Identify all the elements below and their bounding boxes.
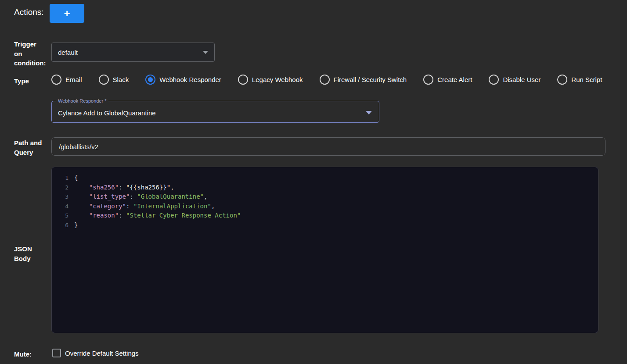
line-number: 4: [52, 202, 68, 211]
webhook-responder-select[interactable]: Webhook Responder * Cylance Add to Globa…: [51, 101, 379, 123]
chevron-down-icon: [366, 111, 372, 114]
trigger-condition-select[interactable]: default: [51, 43, 215, 62]
type-label: Type: [14, 76, 29, 86]
line-number: 2: [52, 183, 68, 193]
radio-label: Create Alert: [437, 76, 472, 83]
trigger-condition-value: default: [58, 49, 78, 56]
radio-label: Run Script: [571, 76, 602, 83]
webhook-responder-field-label: Webhook Responder *: [56, 98, 108, 104]
radio-label: Legacy Webhook: [252, 76, 303, 83]
type-radio-group: EmailSlackWebhook ResponderLegacy Webhoo…: [51, 73, 602, 86]
chevron-down-icon: [203, 51, 208, 54]
actions-label: Actions:: [14, 7, 44, 17]
radio-unselected-icon[interactable]: [489, 75, 499, 85]
radio-dot: [491, 77, 496, 82]
radio-unselected-icon[interactable]: [51, 75, 61, 85]
json-body-editor[interactable]: 123456 { "sha256": "{{sha256}}", "list_t…: [51, 167, 598, 333]
type-option-email[interactable]: Email: [51, 75, 82, 85]
json-body-label: JSON Body: [14, 244, 32, 263]
path-query-input[interactable]: [51, 137, 605, 156]
type-option-firewall-security-switch[interactable]: Firewall / Security Switch: [320, 75, 407, 85]
code-line: "list_type": "GlobalQuarantine",: [74, 192, 598, 202]
override-default-settings-option[interactable]: Override Default Settings: [52, 349, 139, 357]
type-option-disable-user[interactable]: Disable User: [489, 75, 541, 85]
code-line: "sha256": "{{sha256}}",: [74, 183, 598, 193]
action-config-panel: Actions: + Trigger on condition: default…: [0, 0, 627, 364]
radio-unselected-icon[interactable]: [320, 75, 330, 85]
radio-dot: [54, 77, 59, 82]
type-option-webhook-responder[interactable]: Webhook Responder: [145, 75, 221, 85]
line-number: 3: [52, 192, 68, 202]
type-option-slack[interactable]: Slack: [99, 75, 129, 85]
radio-label: Email: [65, 76, 82, 83]
mute-label: Mute:: [14, 350, 32, 359]
line-number: 1: [52, 173, 68, 183]
radio-unselected-icon[interactable]: [238, 75, 248, 85]
path-query-label: Path and Query: [14, 138, 42, 157]
line-number: 6: [52, 221, 68, 230]
radio-dot: [560, 77, 565, 82]
radio-label: Firewall / Security Switch: [334, 76, 407, 83]
type-option-legacy-webhook[interactable]: Legacy Webhook: [238, 75, 303, 85]
radio-selected-icon[interactable]: [145, 75, 155, 85]
trigger-condition-label: Trigger on condition:: [14, 39, 46, 68]
code-line: "reason": "Stellar Cyber Response Action…: [74, 211, 598, 221]
code-line: {: [74, 173, 598, 183]
radio-dot: [101, 77, 106, 82]
radio-dot: [426, 77, 431, 82]
editor-gutter: 123456: [52, 173, 68, 333]
radio-unselected-icon[interactable]: [557, 75, 567, 85]
type-option-run-script[interactable]: Run Script: [557, 75, 602, 85]
radio-unselected-icon[interactable]: [99, 75, 109, 85]
radio-label: Disable User: [503, 76, 541, 83]
radio-label: Slack: [113, 76, 129, 83]
editor-code[interactable]: { "sha256": "{{sha256}}", "list_type": "…: [74, 173, 598, 333]
code-line: }: [74, 221, 598, 230]
type-option-create-alert[interactable]: Create Alert: [423, 75, 472, 85]
override-default-settings-label: Override Default Settings: [65, 350, 139, 357]
add-action-button[interactable]: +: [50, 4, 84, 23]
webhook-responder-value: Cylance Add to GlobalQuarantine: [58, 109, 156, 117]
radio-dot: [322, 77, 327, 82]
radio-unselected-icon[interactable]: [423, 75, 433, 85]
override-default-settings-checkbox[interactable]: [52, 349, 61, 357]
code-line: "category": "InternalApplication",: [74, 202, 598, 211]
radio-dot: [148, 77, 153, 82]
line-number: 5: [52, 211, 68, 221]
radio-label: Webhook Responder: [159, 76, 221, 83]
radio-dot: [241, 77, 245, 82]
plus-icon: +: [64, 8, 70, 19]
